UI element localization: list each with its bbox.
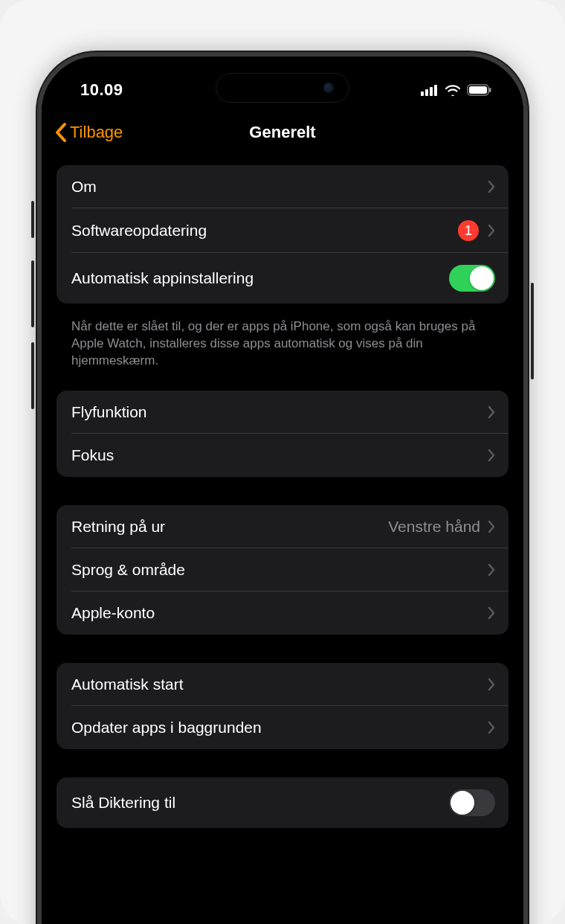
wifi-icon xyxy=(445,84,461,96)
row-auto-start[interactable]: Automatisk start xyxy=(56,663,508,706)
row-software-update[interactable]: Softwareopdatering 1 xyxy=(56,208,508,253)
settings-group-apps: Automatisk start Opdater apps i baggrund… xyxy=(56,663,508,749)
row-background-refresh-label: Opdater apps i baggrunden xyxy=(71,719,488,737)
navigation-bar: Tilbage Generelt xyxy=(42,110,523,158)
settings-group-general: Om Softwareopdatering 1 Automatisk appin… xyxy=(56,165,508,304)
toggle-knob xyxy=(451,791,474,815)
row-watch-orientation[interactable]: Retning på ur Venstre hånd xyxy=(56,505,508,548)
chevron-right-icon xyxy=(488,563,495,577)
row-focus-label: Fokus xyxy=(71,446,488,464)
chevron-right-icon xyxy=(488,721,495,734)
volume-mute-button xyxy=(31,201,34,238)
row-apple-account[interactable]: Apple-konto xyxy=(56,591,508,635)
svg-rect-5 xyxy=(469,86,487,94)
cellular-icon xyxy=(421,84,439,96)
row-apple-account-label: Apple-konto xyxy=(71,604,488,622)
svg-rect-2 xyxy=(430,87,433,96)
settings-group-modes: Flyfunktion Fokus xyxy=(56,391,508,477)
row-auto-install: Automatisk appinstallering xyxy=(56,253,508,304)
power-button xyxy=(531,283,534,379)
chevron-right-icon xyxy=(488,180,495,193)
row-dictation-label: Slå Diktering til xyxy=(71,794,449,812)
settings-group-dictation: Slå Diktering til xyxy=(56,777,508,828)
row-orientation-value: Venstre hånd xyxy=(388,518,480,536)
chevron-left-icon xyxy=(54,122,67,143)
update-badge: 1 xyxy=(458,220,479,241)
chevron-right-icon xyxy=(488,449,495,462)
phone-frame: 10.09 xyxy=(37,52,528,924)
settings-group-personal: Retning på ur Venstre hånd Sprog & områd… xyxy=(56,505,508,635)
chevron-right-icon xyxy=(488,224,495,237)
dictation-toggle[interactable] xyxy=(449,789,495,816)
back-label: Tilbage xyxy=(70,123,123,142)
front-camera-icon xyxy=(323,83,334,93)
chevron-right-icon xyxy=(488,405,495,419)
row-auto-start-label: Automatisk start xyxy=(71,676,488,693)
chevron-right-icon xyxy=(488,520,495,533)
row-airplane-label: Flyfunktion xyxy=(71,403,488,421)
chevron-right-icon xyxy=(488,606,495,620)
row-language-region[interactable]: Sprog & område xyxy=(56,548,508,591)
auto-install-footer: Når dette er slået til, og der er apps p… xyxy=(56,311,508,391)
page-title: Generelt xyxy=(249,123,315,142)
row-about-label: Om xyxy=(71,178,488,196)
row-airplane-mode[interactable]: Flyfunktion xyxy=(56,391,508,434)
svg-rect-1 xyxy=(425,89,428,96)
volume-up-button xyxy=(31,260,34,327)
screen: 10.09 xyxy=(42,57,523,924)
battery-icon xyxy=(467,84,492,96)
svg-rect-0 xyxy=(421,92,424,96)
dynamic-island xyxy=(216,73,349,103)
settings-content: Om Softwareopdatering 1 Automatisk appin… xyxy=(42,158,523,850)
row-auto-install-label: Automatisk appinstallering xyxy=(71,269,449,287)
status-time: 10.09 xyxy=(80,80,123,100)
back-button[interactable]: Tilbage xyxy=(54,122,123,143)
svg-rect-3 xyxy=(434,85,437,96)
row-focus[interactable]: Fokus xyxy=(56,434,508,477)
row-dictation: Slå Diktering til xyxy=(56,777,508,828)
row-background-refresh[interactable]: Opdater apps i baggrunden xyxy=(56,706,508,749)
row-about[interactable]: Om xyxy=(56,165,508,208)
status-icons xyxy=(421,84,492,96)
row-language-label: Sprog & område xyxy=(71,561,488,579)
row-orientation-label: Retning på ur xyxy=(71,518,388,536)
chevron-right-icon xyxy=(488,678,495,691)
auto-install-toggle[interactable] xyxy=(449,265,495,292)
toggle-knob xyxy=(470,266,494,290)
row-software-update-label: Softwareopdatering xyxy=(71,222,458,240)
svg-rect-6 xyxy=(489,88,491,92)
volume-down-button xyxy=(31,342,34,409)
